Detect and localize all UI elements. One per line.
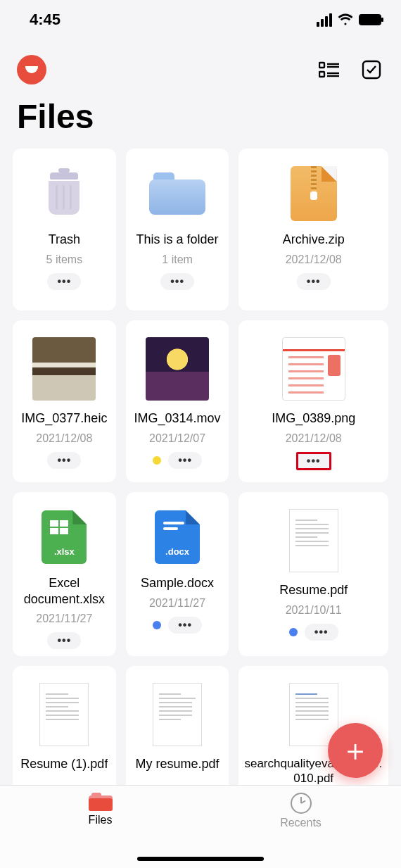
tile-sub: 2021/10/11 xyxy=(286,604,342,617)
more-button[interactable]: ••• xyxy=(168,452,202,469)
tile-sub: 2021/11/27 xyxy=(149,597,205,610)
tile-name: My resume.pdf xyxy=(136,756,219,772)
tile-img-0377[interactable]: IMG_0377.heic 2021/12/08 ••• xyxy=(13,320,116,482)
tile-sub: 2021/11/27 xyxy=(36,612,92,625)
tile-img-0389[interactable]: IMG_0389.png 2021/12/08 ••• xyxy=(238,320,388,482)
more-button[interactable]: ••• xyxy=(305,624,338,641)
page-title: Files xyxy=(0,90,401,149)
home-indicator xyxy=(137,857,264,861)
tile-name: Trash xyxy=(49,232,80,248)
tile-img-0314[interactable]: IMG_0314.mov 2021/12/07 ••• xyxy=(126,320,229,482)
tile-name: Archive.zip xyxy=(283,232,345,248)
app-header xyxy=(0,39,401,90)
tile-name: Excel document.xlsx xyxy=(18,575,110,607)
xlsx-icon: .xlsx xyxy=(36,509,92,565)
tile-name: Sample.docx xyxy=(141,575,214,591)
tile-resume-pdf[interactable]: Resume.pdf 2021/10/11 ••• xyxy=(238,492,388,656)
pdf-thumbnail xyxy=(39,683,89,746)
bottom-tabbar: Files Recents xyxy=(0,785,401,868)
tile-sample-docx[interactable]: .docx Sample.docx 2021/11/27 ••• xyxy=(126,492,229,656)
tab-label: Recents xyxy=(280,817,322,829)
files-tab-icon xyxy=(89,793,113,811)
battery-icon xyxy=(359,14,381,25)
more-button[interactable]: ••• xyxy=(47,632,81,649)
tile-sub: 2021/12/08 xyxy=(286,432,342,445)
tile-name: IMG_0314.mov xyxy=(134,410,221,427)
add-button[interactable]: ＋ xyxy=(328,723,383,778)
status-indicators xyxy=(317,13,381,27)
status-time: 4:45 xyxy=(30,11,61,29)
docx-icon: .docx xyxy=(149,509,205,565)
pdf-thumbnail xyxy=(289,509,338,572)
plus-icon: ＋ xyxy=(340,736,370,765)
trash-icon xyxy=(36,165,92,222)
tile-sub: 2021/12/07 xyxy=(149,432,205,445)
tile-name: Resume (1).pdf xyxy=(20,756,108,772)
more-button[interactable]: ••• xyxy=(296,452,331,470)
tile-name: Resume.pdf xyxy=(279,582,348,598)
tile-folder[interactable]: This is a folder 1 item ••• xyxy=(126,149,229,310)
status-bar: 4:45 xyxy=(0,0,401,39)
select-mode-icon[interactable] xyxy=(359,57,384,82)
folder-icon xyxy=(149,165,205,222)
tile-my-resume-pdf[interactable]: My resume.pdf xyxy=(126,666,229,793)
tag-dot-icon xyxy=(153,621,161,629)
tile-sub: 5 items xyxy=(46,253,83,266)
more-button[interactable]: ••• xyxy=(160,273,194,290)
more-button[interactable]: ••• xyxy=(297,273,331,290)
wifi-icon xyxy=(338,13,353,26)
more-button[interactable]: ••• xyxy=(168,617,202,634)
app-brand-icon[interactable] xyxy=(17,55,46,84)
tile-name: IMG_0377.heic xyxy=(21,410,107,427)
tab-label: Files xyxy=(89,814,113,826)
tile-name: IMG_0389.png xyxy=(272,410,355,427)
tile-resume-1-pdf[interactable]: Resume (1).pdf xyxy=(13,666,116,793)
tile-excel[interactable]: .xlsx Excel document.xlsx 2021/11/27 ••• xyxy=(13,492,116,656)
more-button[interactable]: ••• xyxy=(47,452,81,469)
files-grid: Trash 5 items ••• This is a folder 1 ite… xyxy=(0,149,401,793)
view-list-icon[interactable] xyxy=(317,57,342,82)
more-button[interactable]: ••• xyxy=(47,273,81,290)
tile-sub: 2021/12/08 xyxy=(286,253,342,266)
image-thumbnail xyxy=(282,337,345,401)
cellular-signal-icon xyxy=(317,13,332,27)
pdf-thumbnail xyxy=(153,683,202,746)
tile-archive-zip[interactable]: Archive.zip 2021/12/08 ••• xyxy=(238,149,388,310)
tile-sub: 2021/12/08 xyxy=(36,432,92,445)
tile-sub: 1 item xyxy=(162,253,193,266)
tile-name: This is a folder xyxy=(136,232,219,248)
tag-dot-icon xyxy=(289,628,298,636)
svg-rect-0 xyxy=(319,63,324,68)
tile-trash[interactable]: Trash 5 items ••• xyxy=(13,149,116,310)
recents-tab-icon xyxy=(291,793,312,814)
video-thumbnail xyxy=(146,337,209,401)
tag-dot-icon xyxy=(153,456,161,465)
svg-rect-3 xyxy=(319,72,324,77)
image-thumbnail xyxy=(32,337,96,401)
zip-icon xyxy=(286,165,342,222)
